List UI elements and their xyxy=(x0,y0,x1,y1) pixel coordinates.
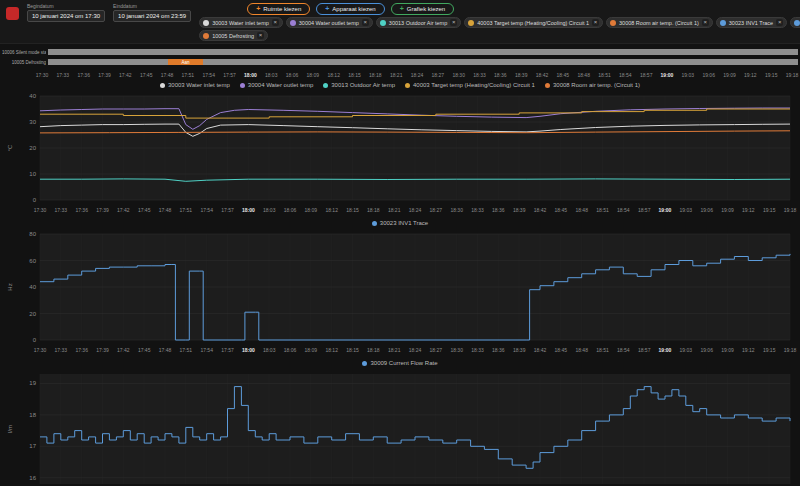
svg-text:19:06: 19:06 xyxy=(702,72,715,78)
start-date-input[interactable]: 10 januari 2024 om 17:30 xyxy=(27,10,105,22)
svg-text:18:03: 18:03 xyxy=(263,207,276,213)
svg-text:19:18: 19:18 xyxy=(786,72,799,78)
svg-text:°C: °C xyxy=(7,144,13,151)
svg-text:18:00: 18:00 xyxy=(242,347,255,353)
svg-text:18:06: 18:06 xyxy=(284,347,297,353)
svg-text:19:15: 19:15 xyxy=(763,347,776,353)
series-chip-30003-water-inlet-temp[interactable]: 30003 Water inlet temp× xyxy=(199,17,283,28)
legend-item-30013-outdoor-air-temp[interactable]: 30013 Outdoor Air temp xyxy=(323,82,395,88)
series-chip-30004-water-outlet-temp[interactable]: 30004 Water outlet temp× xyxy=(286,17,373,28)
chip-close-icon[interactable]: × xyxy=(257,32,264,39)
legend-item-30008-room-air-temp-circuit-1[interactable]: 30008 Room air temp. (Circuit 1) xyxy=(545,82,640,88)
series-chip-30013-outdoor-air-temp[interactable]: 30013 Outdoor Air temp× xyxy=(376,17,461,28)
svg-text:18:12: 18:12 xyxy=(325,207,338,213)
status-row-10006-silent-mode-status: 10006 Silent mode status xyxy=(2,48,798,56)
svg-text:18:24: 18:24 xyxy=(409,347,422,353)
legend-label: 30008 Room air temp. (Circuit 1) xyxy=(553,82,640,88)
inverter-chart[interactable]: 020406080Hz17:3017:3317:3617:3917:4217:4… xyxy=(0,228,800,358)
series-color-dot xyxy=(290,20,296,26)
svg-text:18:27: 18:27 xyxy=(432,72,445,78)
legend-color-dot xyxy=(240,83,245,88)
svg-text:18:54: 18:54 xyxy=(617,207,630,213)
series-chip-label: 30013 Outdoor Air temp xyxy=(389,20,447,26)
top-time-axis-svg: 17:3017:3317:3617:3917:4217:4517:4817:51… xyxy=(2,68,800,80)
svg-text:19:03: 19:03 xyxy=(680,207,693,213)
svg-text:80: 80 xyxy=(29,231,36,237)
chip-close-icon[interactable]: × xyxy=(362,19,369,26)
legend-item-30023-inv1-trace[interactable]: 30023 INV1 Trace xyxy=(372,220,428,226)
status-bar xyxy=(48,49,798,55)
series-color-dot xyxy=(380,20,386,26)
series-chip-30009-current-flow-rate[interactable]: 30009 Current Flow Rate× xyxy=(790,17,800,28)
series-chip-10005-defrosting[interactable]: 10005 Defrosting× xyxy=(199,30,268,41)
plus-icon: + xyxy=(400,6,404,12)
svg-text:17:54: 17:54 xyxy=(200,207,213,213)
svg-text:17:36: 17:36 xyxy=(77,72,90,78)
chip-close-icon[interactable]: × xyxy=(450,19,457,26)
legend-label: 30003 Water inlet temp xyxy=(168,82,230,88)
end-date-input[interactable]: 10 januari 2024 om 23:59 xyxy=(113,10,191,22)
svg-text:17:39: 17:39 xyxy=(98,72,111,78)
svg-text:18:57: 18:57 xyxy=(640,72,653,78)
chip-close-icon[interactable]: × xyxy=(776,19,783,26)
series-color-dot xyxy=(794,20,800,26)
legend-label: 30009 Current Flow Rate xyxy=(370,360,437,366)
svg-text:18:21: 18:21 xyxy=(388,207,401,213)
legend-item-30009-current-flow-rate[interactable]: 30009 Current Flow Rate xyxy=(362,360,437,366)
svg-text:18:48: 18:48 xyxy=(577,72,590,78)
button-ruimte-kiezen[interactable]: +Ruimte kiezen xyxy=(247,3,310,15)
legend-item-30003-water-inlet-temp[interactable]: 30003 Water inlet temp xyxy=(160,82,230,88)
svg-text:17:42: 17:42 xyxy=(119,72,132,78)
temperatures-chart[interactable]: 010203040°C17:3017:3317:3617:3917:4217:4… xyxy=(0,90,800,218)
svg-text:l/m: l/m xyxy=(7,425,13,433)
status-segment: Aan xyxy=(168,59,203,65)
plus-icon: + xyxy=(325,6,329,12)
status-bar: Aan xyxy=(48,59,798,65)
svg-text:17:51: 17:51 xyxy=(182,72,195,78)
chip-close-icon[interactable]: × xyxy=(592,19,599,26)
series-chip-label: 30003 Water inlet temp xyxy=(212,20,269,26)
series-chip-30008-room-air-temp-circuit-1[interactable]: 30008 Room air temp. (Circuit 1)× xyxy=(606,17,713,28)
button-label: Grafiek kiezen xyxy=(407,6,445,12)
svg-text:18: 18 xyxy=(29,412,36,418)
series-chip-30023-inv1-trace[interactable]: 30023 INV1 Trace× xyxy=(716,17,787,28)
chart-legend: 30003 Water inlet temp30004 Water outlet… xyxy=(0,80,800,90)
svg-text:10: 10 xyxy=(29,171,36,177)
svg-text:18:54: 18:54 xyxy=(617,347,630,353)
series-chip-40003-target-temp-heating-cooling-circuit-1[interactable]: 40003 Target temp (Heating/Cooling) Circ… xyxy=(464,17,603,28)
svg-text:18:18: 18:18 xyxy=(367,347,380,353)
svg-text:17:51: 17:51 xyxy=(180,347,193,353)
end-date-field: Einddatum 10 januari 2024 om 23:59 xyxy=(113,3,191,22)
svg-text:17:33: 17:33 xyxy=(55,347,68,353)
svg-text:16: 16 xyxy=(29,475,36,481)
svg-text:19:15: 19:15 xyxy=(763,207,776,213)
legend-color-dot xyxy=(323,83,328,88)
svg-text:17:54: 17:54 xyxy=(202,72,215,78)
series-color-dot xyxy=(203,33,209,39)
flow-rate-chart[interactable]: 16171819l/m xyxy=(0,368,800,486)
status-row-10005-defrosting: 10005 DefrostingAan xyxy=(2,58,798,66)
svg-text:17:45: 17:45 xyxy=(138,347,151,353)
svg-text:19: 19 xyxy=(29,380,36,386)
app-logo-icon[interactable] xyxy=(6,7,19,20)
header: Begindatum 10 januari 2024 om 17:30 Eind… xyxy=(0,0,800,44)
legend-label: 40003 Target temp (Heating/Cooling) Circ… xyxy=(413,82,535,88)
legend-item-30004-water-outlet-temp[interactable]: 30004 Water outlet temp xyxy=(240,82,313,88)
svg-text:18:09: 18:09 xyxy=(307,72,320,78)
svg-text:18:39: 18:39 xyxy=(513,347,526,353)
svg-text:19:09: 19:09 xyxy=(721,207,734,213)
button-grafiek-kiezen[interactable]: +Grafiek kiezen xyxy=(391,3,454,15)
chip-close-icon[interactable]: × xyxy=(272,19,279,26)
svg-text:18:24: 18:24 xyxy=(411,72,424,78)
svg-text:Hz: Hz xyxy=(7,283,13,290)
button-apparaat-kiezen[interactable]: +Apparaat kiezen xyxy=(316,3,384,15)
chip-close-icon[interactable]: × xyxy=(702,19,709,26)
svg-text:20: 20 xyxy=(29,311,36,317)
svg-text:18:51: 18:51 xyxy=(598,72,611,78)
svg-text:18:36: 18:36 xyxy=(494,72,507,78)
charts-area: 30003 Water inlet temp30004 Water outlet… xyxy=(0,80,800,486)
legend-item-40003-target-temp-heating-cooling-circuit-1[interactable]: 40003 Target temp (Heating/Cooling) Circ… xyxy=(405,82,535,88)
flow-rate-chart-block: 30009 Current Flow Rate16171819l/m xyxy=(0,358,800,486)
svg-text:17:36: 17:36 xyxy=(75,207,88,213)
svg-text:18:33: 18:33 xyxy=(471,347,484,353)
